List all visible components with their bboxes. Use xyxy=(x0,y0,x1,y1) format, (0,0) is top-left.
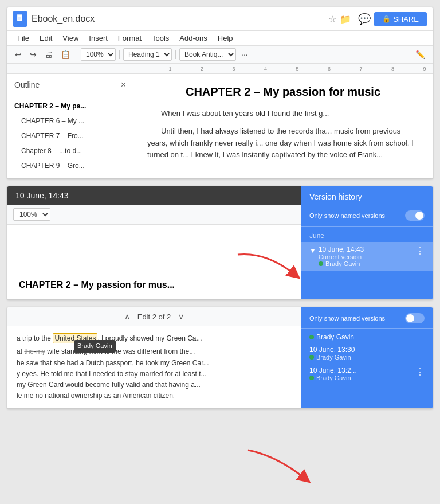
prev-edit-button[interactable]: ∧ xyxy=(121,311,133,322)
menu-insert[interactable]: Insert xyxy=(85,32,112,44)
user-dot-icon xyxy=(309,376,314,380)
panel1-google-docs: Ebook_en.docx ☆ 📁 💬 🔒 SHARE File Edit Vi… xyxy=(7,7,433,179)
kebab-menu-icon[interactable]: ⋮ xyxy=(415,245,425,256)
outline-item[interactable]: CHAPTER 2 – My pa... xyxy=(7,99,133,114)
doc-text-line6: le me no national ownership as an Americ… xyxy=(17,390,292,401)
outline-title: Outline xyxy=(14,80,40,89)
panel3-kebab-icon[interactable]: ⋮ xyxy=(415,366,425,377)
panel3-inner: ∧ Edit 2 of 2 ∨ a trip to the United Sta… xyxy=(7,307,433,408)
edit-counter-label: Edit 2 of 2 xyxy=(138,312,171,321)
title-bar: Ebook_en.docx ☆ 📁 💬 🔒 SHARE xyxy=(7,7,433,31)
panel3-left: ∧ Edit 2 of 2 ∨ a trip to the United Sta… xyxy=(7,307,301,408)
outline-header: Outline × xyxy=(7,74,133,96)
version-toggle-switch[interactable] xyxy=(405,210,425,221)
version-history-header: Version history xyxy=(301,186,433,207)
outline-item[interactable]: CHAPTER 9 – Gro... xyxy=(7,158,133,173)
lock-icon: 🔒 xyxy=(382,15,391,23)
panel3-edit-version: ∧ Edit 2 of 2 ∨ a trip to the United Sta… xyxy=(7,307,433,409)
outline-item[interactable]: CHAPTER 7 – Fro... xyxy=(7,128,133,143)
panel2-inner: 10 June, 14:43 100% CHAPTER 2 – My passi… xyxy=(7,186,433,299)
panel3-toggle-switch[interactable] xyxy=(405,313,425,323)
zoom-select[interactable]: 100% xyxy=(81,48,116,61)
version-user: Brady Gavin xyxy=(319,260,413,267)
menu-addons[interactable]: Add-ons xyxy=(175,32,211,44)
current-version-label: Current version xyxy=(319,253,413,260)
doc-text-line1: a trip to the xyxy=(17,334,53,342)
spell-check-button[interactable]: 📋 xyxy=(58,48,73,61)
doc-text-line3: he saw that she had a Dutch passport, he… xyxy=(17,358,292,369)
edit-pencil-button[interactable]: ✏️ xyxy=(412,48,428,61)
panel3-version2-inner: 10 June, 13:2... Brady Gavin xyxy=(309,366,413,381)
panel3-user-name: Brady Gavin xyxy=(309,333,425,341)
undo-button[interactable]: ↩ xyxy=(12,48,25,61)
doc-text-line4: y eyes. He told me that I needed to stay… xyxy=(17,369,292,380)
print-button[interactable]: 🖨 xyxy=(42,48,56,61)
version-history-panel: Version history Only show named versions… xyxy=(301,186,433,299)
strikethrough-my: my xyxy=(36,347,45,355)
share-button[interactable]: 🔒 SHARE xyxy=(374,12,427,26)
doc-text-line5: my Green Card would become fully valid a… xyxy=(17,380,292,390)
version-date: 10 June, 14:43 xyxy=(319,245,413,253)
title-icons: ☆ 📁 💬 🔒 SHARE xyxy=(328,12,427,26)
version-section-june: June xyxy=(301,227,433,242)
panel2-version-history: 10 June, 14:43 100% CHAPTER 2 – My passi… xyxy=(7,186,433,300)
document-filename: Ebook_en.docx xyxy=(32,14,324,24)
panel3-doc-content: a trip to the United States, I proudly s… xyxy=(7,326,301,408)
menu-edit[interactable]: Edit xyxy=(36,32,56,44)
svg-rect-0 xyxy=(17,14,22,21)
more-options-button[interactable]: ··· xyxy=(238,48,251,61)
separator2 xyxy=(119,50,120,59)
panel3-toggle-knob xyxy=(406,314,414,322)
menu-view[interactable]: View xyxy=(58,32,82,44)
version-item-details: 10 June, 14:43 Current version Brady Gav… xyxy=(319,245,413,267)
panel3-version1-date: 10 June, 13:30 xyxy=(309,346,425,354)
outline-item[interactable]: CHAPTER 6 – My ... xyxy=(7,114,133,128)
next-edit-button[interactable]: ∨ xyxy=(175,311,187,322)
menu-tools[interactable]: Tools xyxy=(148,32,173,44)
version-toggle-label: Only show named versions xyxy=(309,212,385,219)
comment-icon[interactable]: 💬 xyxy=(358,13,371,25)
menu-file[interactable]: File xyxy=(13,32,33,44)
doc-content: Outline × CHAPTER 2 – My pa... CHAPTER 6… xyxy=(7,74,433,178)
panel3-version2-user: Brady Gavin xyxy=(309,374,413,381)
doc-paragraph: When I was about ten years old I found t… xyxy=(147,108,419,120)
outline-close-button[interactable]: × xyxy=(121,80,126,90)
outline-items-list: CHAPTER 2 – My pa... CHAPTER 6 – My ... … xyxy=(7,96,133,175)
outline-item[interactable]: Chapter 8 – ...to d... xyxy=(7,143,133,158)
panel2-zoom-select[interactable]: 100% xyxy=(13,208,50,221)
doc-text-area: CHAPTER 2 – My passion for music When I … xyxy=(133,74,433,178)
panel2-datetime: 10 June, 14:43 xyxy=(15,191,69,200)
chapter-title: CHAPTER 2 – My passion for music xyxy=(147,85,419,99)
panel3-version1-user: Brady Gavin xyxy=(309,354,425,361)
version-toggle-row: Only show named versions xyxy=(301,207,433,227)
panel3-topbar: ∧ Edit 2 of 2 ∨ xyxy=(7,307,301,326)
separator3 xyxy=(175,50,176,59)
star-icon[interactable]: ☆ xyxy=(328,14,336,25)
panel3-version-sidebar: Only show named versions Brady Gavin 10 … xyxy=(301,307,433,408)
user-dot-icon xyxy=(309,335,314,339)
panel2-toolbar: 100% xyxy=(7,205,301,225)
panel3-version2[interactable]: 10 June, 13:2... Brady Gavin ⋮ xyxy=(301,362,433,384)
doc-text-line2: at the-my wife standing next to me was d… xyxy=(17,346,292,357)
toolbar: ↩ ↪ 🖨 📋 100% Heading 1 Book Antiq... ···… xyxy=(7,46,433,64)
panel3-version1[interactable]: 10 June, 13:30 Brady Gavin xyxy=(301,343,433,362)
menu-format[interactable]: Format xyxy=(114,32,146,44)
separator1 xyxy=(77,50,77,59)
user-dot-icon xyxy=(319,261,323,266)
folder-icon[interactable]: 📁 xyxy=(340,14,351,25)
panel3-user-section: Brady Gavin xyxy=(301,329,433,343)
panel2-topbar: 10 June, 14:43 xyxy=(7,186,301,205)
menu-help[interactable]: Help xyxy=(214,32,237,44)
ruler-marks: ·1·2·3·4·5·6·7·8·9 xyxy=(154,66,433,72)
chevron-icon: ▼ xyxy=(309,247,316,255)
outline-sidebar: Outline × CHAPTER 2 – My pa... CHAPTER 6… xyxy=(7,74,133,178)
version-item-current[interactable]: ▼ 10 June, 14:43 Current version Brady G… xyxy=(301,242,433,271)
panel3-toggle-label: Only show named versions xyxy=(309,315,385,322)
red-arrow-indicator xyxy=(232,249,301,286)
ruler: ·1·2·3·4·5·6·7·8·9 xyxy=(7,64,433,74)
font-select[interactable]: Book Antiq... xyxy=(179,48,236,61)
style-select[interactable]: Heading 1 xyxy=(123,48,172,61)
panel3-version2-date: 10 June, 13:2... xyxy=(309,366,413,374)
redo-button[interactable]: ↪ xyxy=(27,48,40,61)
panel3-toggle-row: Only show named versions xyxy=(301,307,433,329)
